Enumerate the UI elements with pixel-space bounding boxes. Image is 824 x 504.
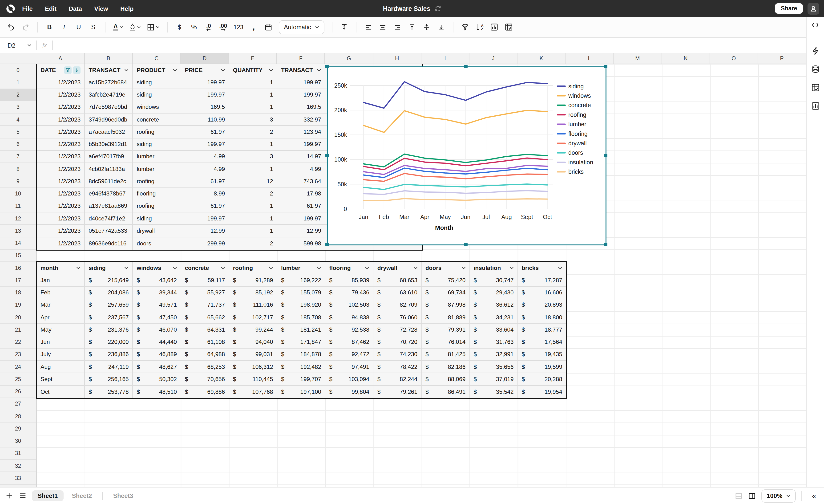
table-cell[interactable]: doors	[133, 237, 181, 249]
summary-cell-drywall[interactable]: $82,244	[374, 373, 422, 386]
strikethrough-button[interactable]: S	[89, 21, 97, 33]
column-header-C[interactable]: C	[133, 53, 181, 64]
summary-cell-roofing[interactable]: $111,016	[229, 299, 277, 312]
summary-cell-doors[interactable]: $79,391	[422, 324, 470, 336]
row-height-button[interactable]	[340, 21, 348, 33]
row-header-28[interactable]: 28	[0, 410, 36, 423]
table-cell[interactable]: 2	[229, 188, 277, 200]
table-cell[interactable]: 1	[229, 89, 277, 101]
table-cell[interactable]: 051e7742a533	[85, 225, 133, 237]
table-cell[interactable]: 8.99	[181, 188, 229, 200]
column-header-P[interactable]: P	[758, 53, 806, 64]
summary-cell-siding[interactable]: $257,659	[85, 299, 133, 312]
table-cell[interactable]: 1	[229, 225, 277, 237]
table-cell[interactable]: 61.97	[181, 126, 229, 138]
summary-cell-concrete[interactable]: $61,108	[181, 336, 229, 348]
table-cell[interactable]: 1/2/2023	[37, 89, 85, 101]
summary-cell-windows[interactable]: $47,450	[133, 311, 181, 324]
column-header-L[interactable]: L	[565, 53, 614, 64]
share-button[interactable]: Share	[775, 3, 803, 14]
table-cell[interactable]: 199.97	[181, 212, 229, 225]
app-logo-icon[interactable]	[6, 4, 15, 13]
summary-cell-lumber[interactable]: $192,482	[277, 361, 325, 373]
summary-cell-lumber[interactable]: $198,920	[277, 299, 325, 312]
user-avatar[interactable]	[808, 3, 819, 14]
table-cell[interactable]: 199.97	[181, 138, 229, 151]
sheet-grid[interactable]: 0123456789101112131415161718192021222324…	[0, 64, 806, 487]
column-dropdown-icon[interactable]	[365, 266, 370, 269]
summary-cell-concrete[interactable]: $71,737	[181, 299, 229, 312]
summary-cell-doors[interactable]: $86,491	[422, 386, 470, 398]
column-header-K[interactable]: K	[517, 53, 565, 64]
menu-edit[interactable]: Edit	[45, 5, 57, 12]
split-vertical-icon[interactable]	[748, 492, 756, 500]
summary-cell-insulation[interactable]: $34,231	[470, 311, 518, 324]
table-cell[interactable]: 332.97	[277, 113, 325, 126]
summary-cell-siding[interactable]: $256,165	[85, 373, 133, 386]
summary-cell-insulation[interactable]: $32,991	[470, 348, 518, 361]
table-header-cell-product[interactable]: PRODUCT	[133, 64, 181, 77]
summary-cell-lumber[interactable]: $181,241	[277, 324, 325, 336]
selection-handle[interactable]	[604, 243, 607, 246]
summary-header-cell-siding[interactable]: siding	[85, 262, 133, 274]
table-cell[interactable]: 169.5	[181, 101, 229, 114]
table-cell[interactable]: 12	[229, 176, 277, 188]
column-dropdown-icon[interactable]	[269, 69, 273, 71]
column-header-D[interactable]: D	[181, 53, 229, 64]
summary-cell-month[interactable]: Apr	[37, 311, 85, 324]
column-header-J[interactable]: J	[470, 53, 517, 64]
summary-cell-insulation[interactable]: $29,430	[470, 287, 518, 299]
row-header-18[interactable]: 18	[0, 287, 36, 299]
summary-cell-doors[interactable]: $88,069	[422, 373, 470, 386]
row-header-4[interactable]: 4	[0, 113, 36, 126]
summary-cell-month[interactable]: July	[37, 348, 85, 361]
currency-format-button[interactable]: $	[175, 21, 184, 33]
row-header-31[interactable]: 31	[0, 447, 36, 460]
column-dropdown-icon[interactable]	[124, 266, 129, 269]
undo-button[interactable]	[7, 21, 15, 33]
align-left-button[interactable]	[364, 21, 372, 33]
summary-cell-bricks[interactable]: $17,287	[518, 274, 566, 287]
row-header-30[interactable]: 30	[0, 435, 36, 447]
select-all-corner[interactable]	[0, 53, 36, 64]
table-cell[interactable]: 1/2/2023	[37, 77, 85, 89]
align-right-button[interactable]	[393, 21, 401, 33]
row-header-21[interactable]: 21	[0, 324, 36, 336]
summary-cell-flooring[interactable]: $92,538	[325, 324, 374, 336]
summary-cell-doors[interactable]: $87,998	[422, 299, 470, 312]
summary-cell-drywall[interactable]: $70,720	[374, 336, 422, 348]
summary-cell-siding[interactable]: $247,119	[85, 361, 133, 373]
percent-format-button[interactable]: %	[190, 21, 198, 33]
sort-descending-icon[interactable]	[73, 66, 81, 74]
table-header-cell-date[interactable]: DATE	[37, 64, 85, 77]
summary-cell-insulation[interactable]: $35,542	[470, 386, 518, 398]
summary-cell-insulation[interactable]: $33,604	[470, 324, 518, 336]
column-dropdown-icon[interactable]	[461, 266, 466, 269]
row-header-3[interactable]: 3	[0, 101, 36, 114]
summary-cell-windows[interactable]: $39,344	[133, 287, 181, 299]
column-dropdown-icon[interactable]	[269, 266, 273, 269]
summary-cell-roofing[interactable]: $107,768	[229, 386, 277, 398]
summary-cell-drywall[interactable]: $82,709	[374, 299, 422, 312]
row-header-12[interactable]: 12	[0, 212, 36, 225]
selection-handle[interactable]	[325, 65, 329, 68]
column-dropdown-icon[interactable]	[221, 69, 225, 71]
table-cell[interactable]: 1	[229, 77, 277, 89]
summary-cell-flooring[interactable]: $94,838	[325, 311, 374, 324]
sort-button[interactable]: AZ	[475, 21, 484, 33]
column-dropdown-icon[interactable]	[124, 69, 129, 71]
summary-cell-insulation[interactable]: $35,656	[470, 361, 518, 373]
italic-button[interactable]: I	[60, 21, 68, 33]
summary-cell-windows[interactable]: $48,510	[133, 386, 181, 398]
underline-button[interactable]: U	[74, 21, 83, 33]
selection-handle[interactable]	[325, 243, 329, 246]
table-cell[interactable]: 2	[229, 126, 277, 138]
summary-cell-bricks[interactable]: $19,435	[518, 348, 566, 361]
summary-cell-bricks[interactable]: $16,606	[518, 287, 566, 299]
align-middle-button[interactable]	[422, 21, 431, 33]
row-header-26[interactable]: 26	[0, 386, 36, 398]
zoom-control[interactable]: 100%	[761, 489, 796, 502]
row-header-8[interactable]: 8	[0, 163, 36, 176]
row-header-24[interactable]: 24	[0, 361, 36, 373]
table-cell[interactable]: 14.97	[277, 151, 325, 163]
